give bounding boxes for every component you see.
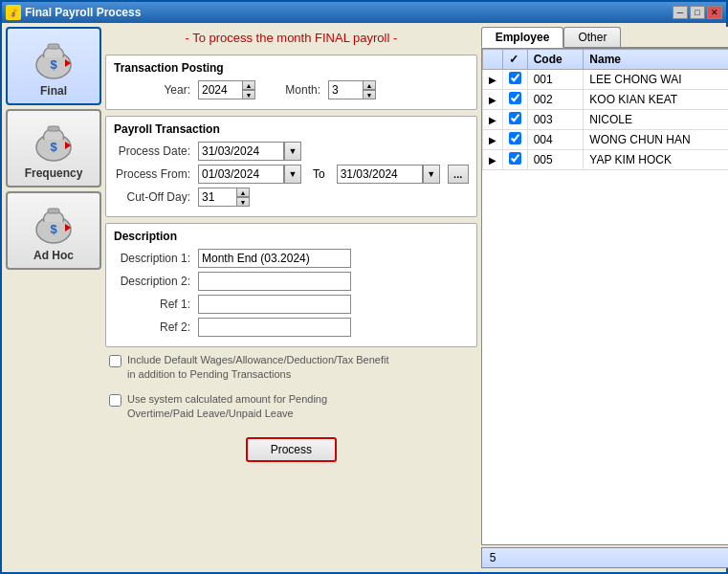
checkbox1-row: Include Default Wages/Allowance/Deductio… [105,353,477,383]
process-from-picker-button[interactable]: ▼ [284,165,301,184]
process-to-input[interactable] [337,165,423,184]
year-input[interactable] [198,80,246,99]
row-arrow: ▶ [482,110,502,130]
process-date-row: Process Date: ▼ [114,142,469,161]
transaction-posting-section: Transaction Posting Year: ▲ ▼ Month: [105,55,477,110]
col-arrow [482,50,502,70]
svg-rect-5 [48,126,59,131]
svg-text:$: $ [50,222,57,236]
payroll-transaction-section: Payroll Transaction Process Date: ▼ Proc… [105,116,477,217]
minimize-button[interactable]: ─ [673,6,688,19]
frequency-label: Frequency [25,166,83,180]
close-button[interactable]: ✕ [707,6,722,19]
frequency-icon: $ [31,117,77,163]
process-from-input[interactable] [198,165,284,184]
app-icon: 💰 [6,5,21,20]
svg-rect-9 [48,209,59,213]
desc2-row: Description 2: [114,272,469,291]
svg-rect-1 [48,44,59,49]
year-down-button[interactable]: ▼ [242,90,255,99]
cutoff-down-button[interactable]: ▼ [236,197,250,207]
cutoff-row: Cut-Off Day: ▲ ▼ [114,188,469,207]
ref2-row: Ref 2: [114,318,469,337]
row-name: YAP KIM HOCK [584,150,728,170]
row-name: KOO KIAN KEAT [584,90,728,110]
cutoff-input[interactable] [198,188,240,207]
table-row: ▶ 001 LEE CHONG WAI [482,70,728,90]
sidebar-item-frequency[interactable]: $ Frequency [6,109,101,188]
row-checkbox[interactable] [509,72,521,84]
month-down-button[interactable]: ▼ [363,90,376,99]
desc1-input[interactable] [198,249,351,268]
row-name: WONG CHUN HAN [584,130,728,150]
checkbox1[interactable] [109,355,121,367]
title-bar: 💰 Final Payroll Process ─ □ ✕ [2,2,726,23]
row-code: 001 [527,70,584,90]
tab-employee[interactable]: Employee [481,27,564,48]
row-checkbox[interactable] [509,112,521,124]
content-area: $ Final $ Frequency [2,23,726,572]
process-date-label: Process Date: [114,144,190,158]
row-checkbox-cell [502,90,527,110]
main-panel: - To process the month FINAL payroll - T… [105,27,477,568]
col-code: Code [527,50,584,70]
row-checkbox[interactable] [509,132,521,144]
month-label: Month: [263,83,320,97]
window-title: Final Payroll Process [25,6,141,19]
employee-table-container: ✓ Code Name ▶ 001 LEE CHONG WAI ▶ 002 KO… [481,48,728,545]
checkbox2[interactable] [109,394,121,407]
row-code: 005 [527,150,584,170]
button-row: Process [105,431,477,462]
checkbox1-label: Include Default Wages/Allowance/Deductio… [127,353,389,383]
ref1-label: Ref 1: [114,298,190,311]
year-up-button[interactable]: ▲ [242,80,255,90]
row-name: NICOLE [584,110,728,130]
ref2-input[interactable] [198,318,351,337]
desc1-row: Description 1: [114,249,469,268]
ref2-label: Ref 2: [114,320,190,334]
tab-bar: Employee Other [481,27,728,48]
table-row: ▶ 004 WONG CHUN HAN [482,130,728,150]
col-name: Name [584,50,728,70]
desc2-label: Description 2: [114,275,190,288]
payroll-transaction-title: Payroll Transaction [114,122,469,136]
row-checkbox[interactable] [509,152,521,165]
sidebar-item-adhoc[interactable]: $ Ad Hoc [6,191,101,270]
desc1-label: Description 1: [114,252,190,265]
sidebar-item-final[interactable]: $ Final [6,27,101,105]
col-check: ✓ [502,50,527,70]
window-controls: ─ □ ✕ [673,6,722,19]
table-header-row: ✓ Code Name [482,50,728,70]
row-arrow: ▶ [482,150,502,170]
table-row: ▶ 002 KOO KIAN KEAT [482,90,728,110]
svg-text:$: $ [50,57,57,72]
table-row: ▶ 003 NICOLE [482,110,728,130]
to-label: To [313,167,325,181]
maximize-button[interactable]: □ [690,6,705,19]
month-input[interactable] [328,80,366,99]
count-bar: 5 [481,547,728,568]
right-panel: Employee Other ✓ Code Name ▶ [481,27,728,568]
row-checkbox-cell [502,70,527,90]
process-button[interactable]: Process [246,437,337,462]
row-checkbox[interactable] [509,92,521,104]
process-to-picker-button[interactable]: ▼ [423,165,440,184]
process-date-picker-button[interactable]: ▼ [284,142,301,161]
row-code: 003 [527,110,584,130]
header-label: - To process the month FINAL payroll - [105,27,477,49]
desc2-input[interactable] [198,272,351,291]
row-arrow: ▶ [482,70,502,90]
cutoff-up-button[interactable]: ▲ [236,188,250,197]
final-icon: $ [31,34,77,80]
process-date-input[interactable] [198,142,284,161]
year-label: Year: [114,83,190,97]
ellipsis-button[interactable]: ... [448,165,469,184]
cutoff-label: Cut-Off Day: [114,190,190,204]
row-code: 002 [527,90,584,110]
adhoc-icon: $ [31,199,77,245]
adhoc-label: Ad Hoc [33,249,74,262]
row-arrow: ▶ [482,130,502,150]
ref1-input[interactable] [198,295,351,314]
month-up-button[interactable]: ▲ [363,80,376,90]
tab-other[interactable]: Other [563,27,621,47]
